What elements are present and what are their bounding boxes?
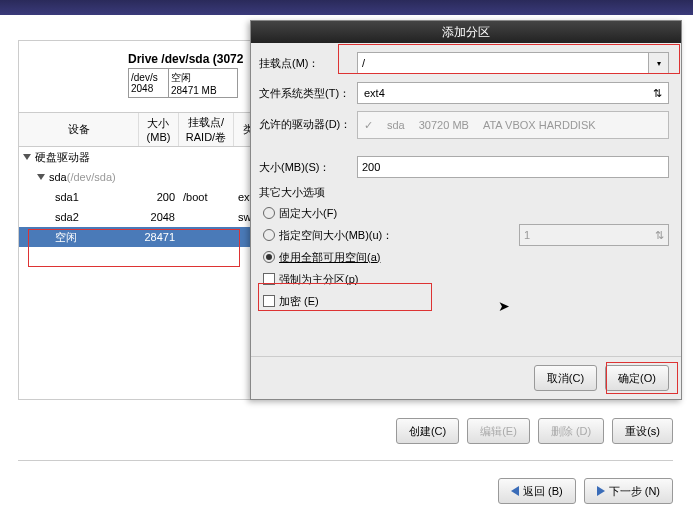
add-partition-dialog: 添加分区 挂载点(M)： ▾ 文件系统类型(T)： ext4⇅ 允许的驱动器(D… xyxy=(250,20,682,400)
dialog-title: 添加分区 xyxy=(251,21,681,43)
top-bar xyxy=(0,0,693,15)
partition-toolbar: 创建(C) 编辑(E) 删除 (D) 重设(s) xyxy=(18,418,673,444)
drive-dev: /dev/s xyxy=(131,72,166,83)
size-label: 大小(MB)(S)： xyxy=(259,160,357,175)
radio-upto[interactable]: 指定空间大小(MB)(u)： 1⇅ xyxy=(259,224,669,246)
drive-used: 2048 xyxy=(131,83,166,94)
checkbox-icon xyxy=(263,273,275,285)
next-button[interactable]: 下一步 (N) xyxy=(584,478,673,504)
fstype-select[interactable]: ext4⇅ xyxy=(357,82,669,104)
delete-button: 删除 (D) xyxy=(538,418,604,444)
checkbox-icon xyxy=(263,295,275,307)
col-size[interactable]: 大小 (MB) xyxy=(139,113,179,146)
arrow-right-icon xyxy=(597,486,605,496)
mount-input[interactable] xyxy=(357,52,649,74)
ok-button[interactable]: 确定(O) xyxy=(605,365,669,391)
drive-usage-box: /dev/s 2048 空闲 28471 MB xyxy=(128,68,238,98)
radio-icon xyxy=(263,251,275,263)
drives-label: 允许的驱动器(D)： xyxy=(259,111,357,132)
reset-button[interactable]: 重设(s) xyxy=(612,418,673,444)
col-mount[interactable]: 挂载点/ RAID/卷 xyxy=(179,113,234,146)
check-encrypt[interactable]: 加密 (E) xyxy=(259,290,669,312)
fstype-label: 文件系统类型(T)： xyxy=(259,86,357,101)
edit-button: 编辑(E) xyxy=(467,418,530,444)
back-button[interactable]: 返回 (B) xyxy=(498,478,576,504)
arrow-left-icon xyxy=(511,486,519,496)
drive-label: Drive /dev/sda (3072 xyxy=(128,52,243,66)
separator xyxy=(18,460,673,461)
cancel-button[interactable]: 取消(C) xyxy=(534,365,597,391)
updown-icon: ⇅ xyxy=(653,87,662,100)
create-button[interactable]: 创建(C) xyxy=(396,418,459,444)
chevron-down-icon xyxy=(37,174,45,180)
drive-free-size: 28471 MB xyxy=(171,85,235,96)
drive-free-label: 空闲 xyxy=(171,71,235,85)
upto-spinner: 1⇅ xyxy=(519,224,669,246)
allowed-drives-list[interactable]: ✓ sda 30720 MB ATA VBOX HARDDISK xyxy=(357,111,669,139)
chevron-down-icon xyxy=(23,154,31,160)
drive-check: ✓ xyxy=(364,119,373,132)
size-input[interactable] xyxy=(357,156,669,178)
wizard-nav: 返回 (B) 下一步 (N) xyxy=(18,478,673,504)
radio-icon xyxy=(263,229,275,241)
radio-icon xyxy=(263,207,275,219)
other-size-label: 其它大小选项 xyxy=(259,185,669,200)
check-primary[interactable]: 强制为主分区(p) xyxy=(259,268,669,290)
chevron-down-icon[interactable]: ▾ xyxy=(649,52,669,74)
updown-icon: ⇅ xyxy=(655,229,664,242)
radio-fixed[interactable]: 固定大小(F) xyxy=(259,202,669,224)
mount-label: 挂载点(M)： xyxy=(259,56,357,71)
mount-combo[interactable]: ▾ xyxy=(357,52,669,74)
radio-all[interactable]: 使用全部可用空间(a) xyxy=(259,246,669,268)
col-device[interactable]: 设备 xyxy=(19,113,139,146)
